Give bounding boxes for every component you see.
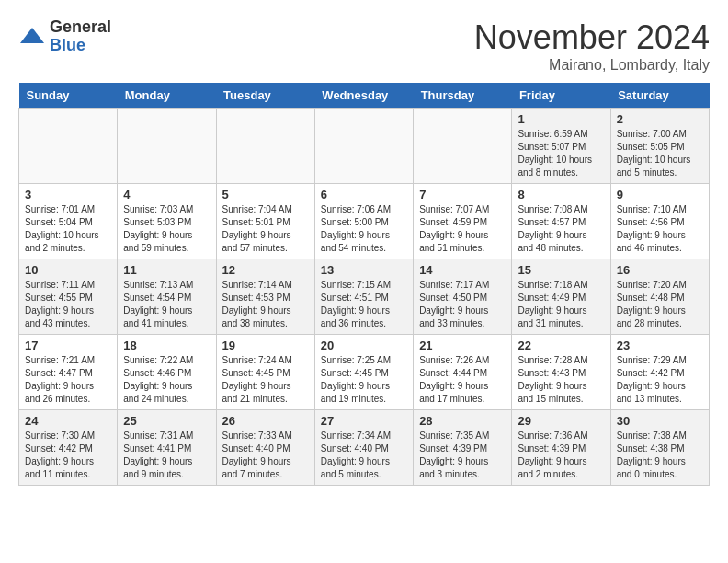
table-row: 1Sunrise: 6:59 AM Sunset: 5:07 PM Daylig… bbox=[512, 109, 610, 184]
day-number: 19 bbox=[222, 339, 309, 352]
day-number: 1 bbox=[518, 112, 604, 126]
table-row: 12Sunrise: 7:14 AM Sunset: 4:53 PM Dayli… bbox=[216, 259, 314, 335]
header-tuesday: Tuesday bbox=[216, 83, 314, 109]
calendar-week-row: 1Sunrise: 6:59 AM Sunset: 5:07 PM Daylig… bbox=[19, 109, 710, 184]
calendar-week-row: 17Sunrise: 7:21 AM Sunset: 4:47 PM Dayli… bbox=[19, 335, 710, 410]
table-row: 29Sunrise: 7:36 AM Sunset: 4:39 PM Dayli… bbox=[512, 410, 610, 486]
header-saturday: Saturday bbox=[610, 83, 709, 109]
calendar-week-row: 24Sunrise: 7:30 AM Sunset: 4:42 PM Dayli… bbox=[19, 410, 710, 486]
table-row: 14Sunrise: 7:17 AM Sunset: 4:50 PM Dayli… bbox=[414, 259, 512, 335]
header-sunday: Sunday bbox=[19, 83, 118, 109]
day-number: 11 bbox=[123, 263, 210, 277]
day-info: Sunrise: 7:38 AM Sunset: 4:38 PM Dayligh… bbox=[617, 430, 703, 481]
day-info: Sunrise: 7:28 AM Sunset: 4:43 PM Dayligh… bbox=[518, 354, 604, 406]
calendar-week-row: 10Sunrise: 7:11 AM Sunset: 4:55 PM Dayli… bbox=[19, 259, 710, 335]
day-number: 30 bbox=[617, 414, 703, 428]
table-row bbox=[314, 109, 413, 184]
day-info: Sunrise: 7:18 AM Sunset: 4:49 PM Dayligh… bbox=[518, 279, 604, 330]
header-friday: Friday bbox=[512, 83, 610, 109]
day-info: Sunrise: 7:01 AM Sunset: 5:04 PM Dayligh… bbox=[25, 203, 111, 255]
logo-blue-text: Blue bbox=[50, 37, 111, 55]
table-row: 28Sunrise: 7:35 AM Sunset: 4:39 PM Dayli… bbox=[414, 410, 512, 486]
table-row: 24Sunrise: 7:30 AM Sunset: 4:42 PM Dayli… bbox=[19, 410, 118, 486]
day-info: Sunrise: 7:07 AM Sunset: 4:59 PM Dayligh… bbox=[419, 203, 506, 255]
day-number: 23 bbox=[617, 339, 703, 352]
day-info: Sunrise: 7:11 AM Sunset: 4:55 PM Dayligh… bbox=[25, 279, 111, 330]
day-number: 15 bbox=[518, 263, 604, 277]
day-info: Sunrise: 7:00 AM Sunset: 5:05 PM Dayligh… bbox=[617, 128, 703, 179]
day-number: 2 bbox=[617, 112, 703, 126]
table-row: 22Sunrise: 7:28 AM Sunset: 4:43 PM Dayli… bbox=[512, 335, 610, 410]
table-row: 9Sunrise: 7:10 AM Sunset: 4:56 PM Daylig… bbox=[610, 184, 709, 259]
table-row: 3Sunrise: 7:01 AM Sunset: 5:04 PM Daylig… bbox=[19, 184, 118, 259]
day-number: 26 bbox=[222, 414, 309, 428]
table-row: 13Sunrise: 7:15 AM Sunset: 4:51 PM Dayli… bbox=[314, 259, 413, 335]
day-info: Sunrise: 7:35 AM Sunset: 4:39 PM Dayligh… bbox=[419, 430, 506, 481]
table-row: 18Sunrise: 7:22 AM Sunset: 4:46 PM Dayli… bbox=[118, 335, 216, 410]
location-title: Mairano, Lombardy, Italy bbox=[474, 57, 710, 74]
page-header: General Blue November 2024 Mairano, Lomb… bbox=[18, 18, 710, 74]
day-number: 17 bbox=[25, 339, 111, 352]
table-row bbox=[19, 109, 118, 184]
table-row bbox=[414, 109, 512, 184]
table-row: 27Sunrise: 7:34 AM Sunset: 4:40 PM Dayli… bbox=[314, 410, 413, 486]
calendar-table: Sunday Monday Tuesday Wednesday Thursday… bbox=[18, 83, 710, 486]
day-info: Sunrise: 7:36 AM Sunset: 4:39 PM Dayligh… bbox=[518, 430, 604, 481]
table-row: 8Sunrise: 7:08 AM Sunset: 4:57 PM Daylig… bbox=[512, 184, 610, 259]
table-row: 20Sunrise: 7:25 AM Sunset: 4:45 PM Dayli… bbox=[314, 335, 413, 410]
day-number: 7 bbox=[419, 188, 506, 201]
table-row: 4Sunrise: 7:03 AM Sunset: 5:03 PM Daylig… bbox=[118, 184, 216, 259]
day-info: Sunrise: 7:24 AM Sunset: 4:45 PM Dayligh… bbox=[222, 354, 309, 406]
day-info: Sunrise: 7:31 AM Sunset: 4:41 PM Dayligh… bbox=[123, 430, 210, 481]
table-row: 30Sunrise: 7:38 AM Sunset: 4:38 PM Dayli… bbox=[610, 410, 709, 486]
day-number: 16 bbox=[617, 263, 703, 277]
svg-marker-0 bbox=[20, 28, 44, 43]
table-row: 25Sunrise: 7:31 AM Sunset: 4:41 PM Dayli… bbox=[118, 410, 216, 486]
table-row: 19Sunrise: 7:24 AM Sunset: 4:45 PM Dayli… bbox=[216, 335, 314, 410]
day-info: Sunrise: 7:30 AM Sunset: 4:42 PM Dayligh… bbox=[25, 430, 111, 481]
day-info: Sunrise: 7:33 AM Sunset: 4:40 PM Dayligh… bbox=[222, 430, 309, 481]
table-row: 17Sunrise: 7:21 AM Sunset: 4:47 PM Dayli… bbox=[19, 335, 118, 410]
table-row: 21Sunrise: 7:26 AM Sunset: 4:44 PM Dayli… bbox=[414, 335, 512, 410]
table-row: 16Sunrise: 7:20 AM Sunset: 4:48 PM Dayli… bbox=[610, 259, 709, 335]
day-number: 12 bbox=[222, 263, 309, 277]
table-row: 10Sunrise: 7:11 AM Sunset: 4:55 PM Dayli… bbox=[19, 259, 118, 335]
table-row: 7Sunrise: 7:07 AM Sunset: 4:59 PM Daylig… bbox=[414, 184, 512, 259]
day-number: 3 bbox=[25, 188, 111, 201]
logo: General Blue bbox=[18, 18, 111, 55]
day-number: 24 bbox=[25, 414, 111, 428]
logo-icon bbox=[18, 23, 46, 51]
table-row bbox=[216, 109, 314, 184]
day-number: 8 bbox=[518, 188, 604, 201]
day-info: Sunrise: 7:29 AM Sunset: 4:42 PM Dayligh… bbox=[617, 354, 703, 406]
calendar-header-row: Sunday Monday Tuesday Wednesday Thursday… bbox=[19, 83, 710, 109]
day-info: Sunrise: 7:08 AM Sunset: 4:57 PM Dayligh… bbox=[518, 203, 604, 255]
day-number: 28 bbox=[419, 414, 506, 428]
header-thursday: Thursday bbox=[414, 83, 512, 109]
day-number: 21 bbox=[419, 339, 506, 352]
day-info: Sunrise: 7:06 AM Sunset: 5:00 PM Dayligh… bbox=[321, 203, 407, 255]
table-row: 15Sunrise: 7:18 AM Sunset: 4:49 PM Dayli… bbox=[512, 259, 610, 335]
table-row: 6Sunrise: 7:06 AM Sunset: 5:00 PM Daylig… bbox=[314, 184, 413, 259]
header-monday: Monday bbox=[118, 83, 216, 109]
day-number: 27 bbox=[321, 414, 407, 428]
table-row bbox=[118, 109, 216, 184]
day-info: Sunrise: 7:04 AM Sunset: 5:01 PM Dayligh… bbox=[222, 203, 309, 255]
day-info: Sunrise: 7:25 AM Sunset: 4:45 PM Dayligh… bbox=[321, 354, 407, 406]
day-number: 20 bbox=[321, 339, 407, 352]
day-info: Sunrise: 7:15 AM Sunset: 4:51 PM Dayligh… bbox=[321, 279, 407, 330]
day-number: 29 bbox=[518, 414, 604, 428]
table-row: 5Sunrise: 7:04 AM Sunset: 5:01 PM Daylig… bbox=[216, 184, 314, 259]
day-number: 22 bbox=[518, 339, 604, 352]
day-number: 5 bbox=[222, 188, 309, 201]
day-number: 6 bbox=[321, 188, 407, 201]
table-row: 11Sunrise: 7:13 AM Sunset: 4:54 PM Dayli… bbox=[118, 259, 216, 335]
table-row: 2Sunrise: 7:00 AM Sunset: 5:05 PM Daylig… bbox=[610, 109, 709, 184]
calendar-week-row: 3Sunrise: 7:01 AM Sunset: 5:04 PM Daylig… bbox=[19, 184, 710, 259]
day-info: Sunrise: 7:21 AM Sunset: 4:47 PM Dayligh… bbox=[25, 354, 111, 406]
day-info: Sunrise: 6:59 AM Sunset: 5:07 PM Dayligh… bbox=[518, 128, 604, 179]
day-number: 13 bbox=[321, 263, 407, 277]
day-info: Sunrise: 7:14 AM Sunset: 4:53 PM Dayligh… bbox=[222, 279, 309, 330]
day-info: Sunrise: 7:03 AM Sunset: 5:03 PM Dayligh… bbox=[123, 203, 210, 255]
month-title: November 2024 bbox=[474, 18, 710, 57]
